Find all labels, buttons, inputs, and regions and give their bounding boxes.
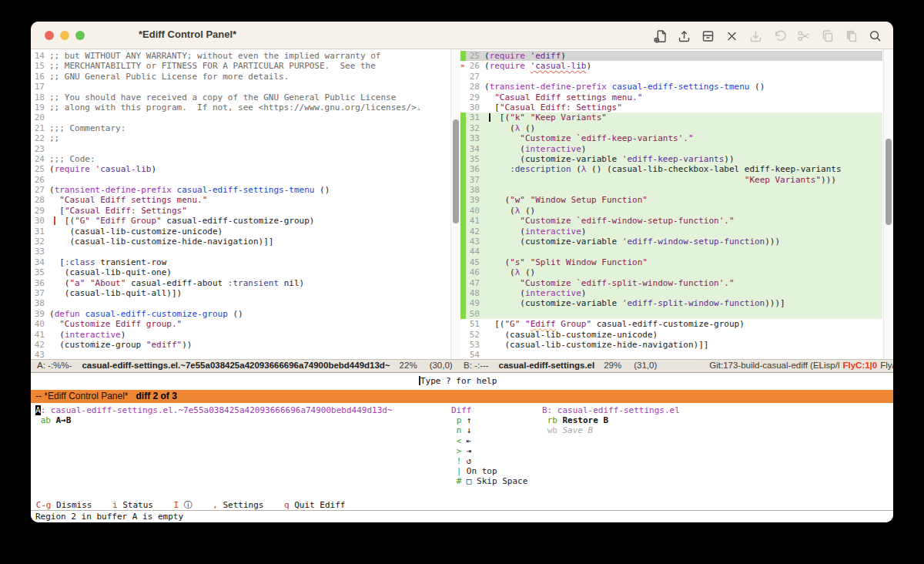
code-text: (defun casual-ediff-customize-group () — [49, 309, 450, 319]
ediff-help-row: C-g Dismiss i Status I ⓘ , Settings q Qu… — [31, 499, 893, 510]
line-number: 30 — [31, 216, 49, 226]
modeline-b-filename: casual-ediff-settings.el — [499, 361, 595, 370]
code-line: 33 — [31, 247, 450, 257]
code-text — [49, 175, 450, 185]
code-line: 53 (casual-lib-customize-hide-navigation… — [460, 340, 882, 350]
code-text: ;; MERCHANTABILITY or FITNESS FOR A PART… — [49, 61, 450, 71]
code-line: 35 (customize-variable 'ediff-keep-varia… — [460, 154, 882, 164]
buffer-a-pane[interactable]: 14;; but WITHOUT ANY WARRANTY; without e… — [31, 49, 460, 359]
line-number: 40 — [466, 206, 484, 216]
code-text: "Customize `ediff-keep-variants'." — [484, 133, 882, 143]
code-text: ;; along with this program. If not, see … — [49, 102, 450, 112]
code-line: 24;;; Code: — [31, 154, 450, 164]
code-line: 25(require 'casual-lib) — [31, 164, 450, 174]
code-text: (require 'casual-lib) — [484, 61, 882, 71]
ediff-control-panel[interactable]: A: casual-ediff-settings.el.~7e55a038425… — [31, 403, 893, 499]
code-line: 45 ("s" "Split Window Function" — [460, 257, 882, 267]
line-number: 17 — [31, 82, 49, 92]
code-text: ;;; Code: — [49, 154, 450, 164]
code-text — [484, 350, 882, 359]
line-number: 28 — [31, 195, 49, 205]
zoom-window-button[interactable] — [75, 31, 85, 40]
code-line: 31 (casual-lib-customize-unicode) — [31, 227, 450, 237]
line-number: 29 — [31, 206, 49, 216]
code-line: 27(transient-define-prefix casual-ediff-… — [31, 185, 450, 195]
buffer-a-scrollbar[interactable] — [450, 49, 460, 359]
modeline-a-filename: casual-ediff-settings.el.~7e55a038425a42… — [82, 361, 390, 370]
close-window-button[interactable] — [45, 31, 54, 40]
buffer-b-scrollbar[interactable] — [883, 49, 893, 359]
minibuffer[interactable]: Type ? for help — [31, 373, 893, 390]
search-icon[interactable] — [867, 27, 882, 44]
code-text: ;; — [49, 133, 450, 143]
line-number: 26 — [31, 175, 49, 185]
fringe — [460, 92, 466, 102]
code-line: 29 ["Casual Ediff: Settings" — [31, 206, 450, 216]
code-text: [:class transient-row — [49, 257, 450, 267]
fringe — [460, 340, 466, 350]
code-text: ("w" "Window Setup Function" — [484, 195, 882, 205]
diff-fringe-indicator — [460, 164, 466, 174]
minimize-window-button[interactable] — [60, 31, 69, 40]
code-line: 39 ("w" "Window Setup Function" — [460, 195, 882, 205]
code-text: [("k" "Keep Variants" — [484, 112, 882, 123]
save-icon[interactable] — [700, 27, 715, 44]
diff-fringe-indicator — [460, 237, 466, 247]
titlebar[interactable]: *Ediff Control Panel* — [31, 22, 893, 49]
code-text — [484, 309, 882, 319]
line-number: 37 — [31, 288, 49, 298]
panel-row: B: casual-ediff-settings.el — [542, 405, 680, 415]
code-text: ;; You should have received a copy of th… — [49, 92, 450, 102]
new-file-icon[interactable] — [652, 27, 668, 44]
code-text: ["Casual Ediff: Settings" — [49, 206, 450, 216]
line-number: 39 — [466, 195, 484, 205]
code-text: (customize-variable 'ediff-keep-variants… — [484, 154, 882, 164]
code-line: 38 — [460, 185, 882, 195]
modeline-b-flags: B: -:--- — [464, 361, 489, 370]
code-line: 49 (customize-variable 'ediff-split-wind… — [460, 298, 882, 308]
scrollbar-thumb[interactable] — [453, 119, 459, 223]
code-line: 27 — [460, 72, 882, 82]
ediff-control-panel-header: -- *Ediff Control Panel*diff 2 of 3 — [31, 390, 893, 403]
scrollbar-thumb[interactable] — [886, 139, 892, 225]
close-buffer-icon[interactable] — [724, 27, 739, 44]
code-line: 41 "Customize `ediff-window-setup-functi… — [460, 216, 882, 226]
line-number: 45 — [466, 257, 484, 267]
code-text: [("G" "Ediff Group" casual-ediff-customi… — [49, 216, 450, 226]
code-text: (interactive) — [484, 288, 882, 298]
line-number: 41 — [31, 330, 49, 340]
buffer-b-pane[interactable]: 25(require 'ediff)»26(require 'casual-li… — [460, 49, 893, 359]
line-number: 38 — [31, 298, 49, 308]
diff-fringe-indicator — [460, 185, 466, 195]
code-line: 15;; MERCHANTABILITY or FITNESS FOR A PA… — [31, 61, 450, 71]
line-number: 21 — [31, 123, 49, 133]
modeline-b-percent: 29% — [604, 361, 621, 370]
line-number: 33 — [466, 133, 484, 143]
buffer-b-modeline: B: -:---casual-ediff-settings.el29%(31,0… — [460, 360, 893, 372]
open-file-icon[interactable] — [676, 27, 691, 44]
fringe — [460, 82, 466, 92]
fringe — [460, 350, 466, 359]
code-text: "Customize `ediff-split-window-function'… — [484, 278, 882, 288]
modeline-a-position: (30,0) — [430, 361, 453, 370]
diff-fringe-indicator — [460, 123, 466, 133]
code-text: (customize-group "ediff")) — [49, 340, 450, 350]
ediff-diff-commands-column: Diff p ↑ n ↓ < ⇤ > ⇥ ! ↺ | On top # □ Sk… — [451, 405, 527, 487]
minibuffer-message: Type ? for help — [420, 376, 497, 386]
code-line: 43 — [31, 350, 450, 359]
code-text: (casual-lib-customize-unicode) — [484, 330, 882, 340]
fringe — [460, 330, 466, 340]
diff-fringe-indicator — [460, 112, 466, 123]
modeline-a-percent: 22% — [400, 361, 417, 370]
line-number: 27 — [31, 185, 49, 195]
code-line: 32 (casual-lib-customize-hide-navigation… — [31, 237, 450, 247]
line-number: 19 — [31, 102, 49, 112]
code-line: 30 [("G" "Ediff Group" casual-ediff-cust… — [31, 216, 450, 226]
code-text — [49, 350, 450, 359]
code-line: 20 — [31, 112, 450, 123]
code-line: 28(transient-define-prefix casual-ediff-… — [460, 82, 882, 92]
line-number: 42 — [466, 227, 484, 237]
code-line: 25(require 'ediff) — [460, 51, 882, 61]
diff-fringe-indicator — [460, 154, 466, 164]
line-number: 25 — [31, 164, 49, 174]
